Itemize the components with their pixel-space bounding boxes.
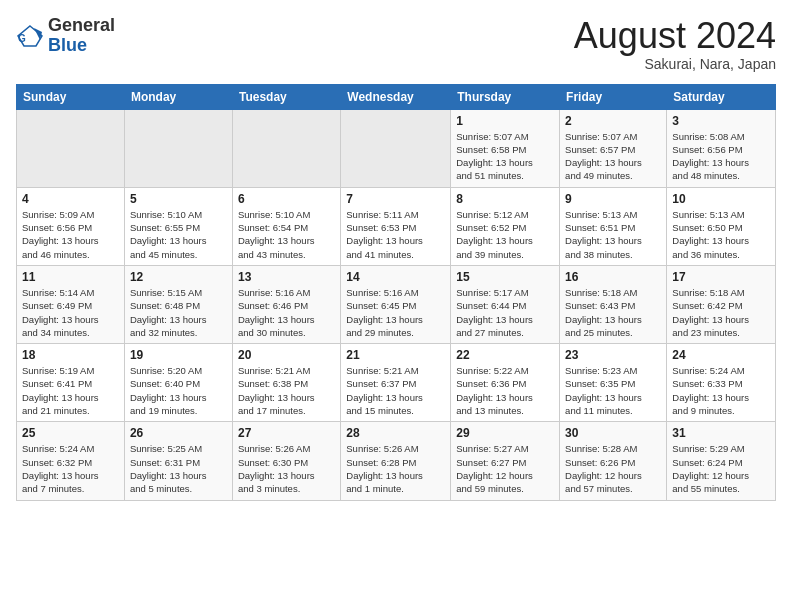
calendar-cell: 10Sunrise: 5:13 AM Sunset: 6:50 PM Dayli… <box>667 187 776 265</box>
month-title: August 2024 <box>574 16 776 56</box>
calendar-cell: 31Sunrise: 5:29 AM Sunset: 6:24 PM Dayli… <box>667 422 776 500</box>
day-number: 3 <box>672 114 770 128</box>
day-number: 23 <box>565 348 661 362</box>
day-number: 16 <box>565 270 661 284</box>
day-number: 29 <box>456 426 554 440</box>
day-number: 1 <box>456 114 554 128</box>
day-info: Sunrise: 5:12 AM Sunset: 6:52 PM Dayligh… <box>456 208 554 261</box>
day-number: 28 <box>346 426 445 440</box>
weekday-header-thursday: Thursday <box>451 84 560 109</box>
day-info: Sunrise: 5:16 AM Sunset: 6:45 PM Dayligh… <box>346 286 445 339</box>
week-row-4: 18Sunrise: 5:19 AM Sunset: 6:41 PM Dayli… <box>17 344 776 422</box>
calendar-cell: 1Sunrise: 5:07 AM Sunset: 6:58 PM Daylig… <box>451 109 560 187</box>
day-number: 30 <box>565 426 661 440</box>
logo-text: General Blue <box>48 16 115 56</box>
day-info: Sunrise: 5:18 AM Sunset: 6:43 PM Dayligh… <box>565 286 661 339</box>
calendar-cell: 19Sunrise: 5:20 AM Sunset: 6:40 PM Dayli… <box>124 344 232 422</box>
week-row-1: 1Sunrise: 5:07 AM Sunset: 6:58 PM Daylig… <box>17 109 776 187</box>
day-info: Sunrise: 5:26 AM Sunset: 6:28 PM Dayligh… <box>346 442 445 495</box>
calendar-cell: 9Sunrise: 5:13 AM Sunset: 6:51 PM Daylig… <box>560 187 667 265</box>
calendar-table: SundayMondayTuesdayWednesdayThursdayFrid… <box>16 84 776 501</box>
day-number: 21 <box>346 348 445 362</box>
calendar-cell <box>17 109 125 187</box>
day-info: Sunrise: 5:21 AM Sunset: 6:37 PM Dayligh… <box>346 364 445 417</box>
calendar-cell: 26Sunrise: 5:25 AM Sunset: 6:31 PM Dayli… <box>124 422 232 500</box>
weekday-header-wednesday: Wednesday <box>341 84 451 109</box>
calendar-cell: 17Sunrise: 5:18 AM Sunset: 6:42 PM Dayli… <box>667 265 776 343</box>
day-info: Sunrise: 5:07 AM Sunset: 6:57 PM Dayligh… <box>565 130 661 183</box>
day-info: Sunrise: 5:08 AM Sunset: 6:56 PM Dayligh… <box>672 130 770 183</box>
day-info: Sunrise: 5:17 AM Sunset: 6:44 PM Dayligh… <box>456 286 554 339</box>
day-info: Sunrise: 5:09 AM Sunset: 6:56 PM Dayligh… <box>22 208 119 261</box>
page-header: G General Blue August 2024 Sakurai, Nara… <box>16 16 776 72</box>
logo: G General Blue <box>16 16 115 56</box>
day-info: Sunrise: 5:07 AM Sunset: 6:58 PM Dayligh… <box>456 130 554 183</box>
calendar-cell: 14Sunrise: 5:16 AM Sunset: 6:45 PM Dayli… <box>341 265 451 343</box>
day-number: 22 <box>456 348 554 362</box>
location-subtitle: Sakurai, Nara, Japan <box>574 56 776 72</box>
calendar-cell: 3Sunrise: 5:08 AM Sunset: 6:56 PM Daylig… <box>667 109 776 187</box>
calendar-cell: 29Sunrise: 5:27 AM Sunset: 6:27 PM Dayli… <box>451 422 560 500</box>
day-number: 31 <box>672 426 770 440</box>
calendar-cell: 22Sunrise: 5:22 AM Sunset: 6:36 PM Dayli… <box>451 344 560 422</box>
calendar-cell: 27Sunrise: 5:26 AM Sunset: 6:30 PM Dayli… <box>232 422 340 500</box>
calendar-cell <box>124 109 232 187</box>
day-info: Sunrise: 5:16 AM Sunset: 6:46 PM Dayligh… <box>238 286 335 339</box>
day-info: Sunrise: 5:27 AM Sunset: 6:27 PM Dayligh… <box>456 442 554 495</box>
day-info: Sunrise: 5:13 AM Sunset: 6:50 PM Dayligh… <box>672 208 770 261</box>
day-number: 24 <box>672 348 770 362</box>
day-number: 2 <box>565 114 661 128</box>
day-info: Sunrise: 5:29 AM Sunset: 6:24 PM Dayligh… <box>672 442 770 495</box>
day-number: 14 <box>346 270 445 284</box>
week-row-3: 11Sunrise: 5:14 AM Sunset: 6:49 PM Dayli… <box>17 265 776 343</box>
calendar-cell: 23Sunrise: 5:23 AM Sunset: 6:35 PM Dayli… <box>560 344 667 422</box>
weekday-header-saturday: Saturday <box>667 84 776 109</box>
calendar-cell <box>341 109 451 187</box>
day-info: Sunrise: 5:23 AM Sunset: 6:35 PM Dayligh… <box>565 364 661 417</box>
day-number: 6 <box>238 192 335 206</box>
logo-blue: Blue <box>48 35 87 55</box>
calendar-cell: 12Sunrise: 5:15 AM Sunset: 6:48 PM Dayli… <box>124 265 232 343</box>
calendar-cell: 21Sunrise: 5:21 AM Sunset: 6:37 PM Dayli… <box>341 344 451 422</box>
weekday-header-row: SundayMondayTuesdayWednesdayThursdayFrid… <box>17 84 776 109</box>
calendar-cell: 11Sunrise: 5:14 AM Sunset: 6:49 PM Dayli… <box>17 265 125 343</box>
calendar-cell <box>232 109 340 187</box>
day-number: 27 <box>238 426 335 440</box>
calendar-cell: 16Sunrise: 5:18 AM Sunset: 6:43 PM Dayli… <box>560 265 667 343</box>
day-number: 20 <box>238 348 335 362</box>
day-number: 13 <box>238 270 335 284</box>
day-number: 18 <box>22 348 119 362</box>
day-info: Sunrise: 5:10 AM Sunset: 6:54 PM Dayligh… <box>238 208 335 261</box>
day-number: 19 <box>130 348 227 362</box>
calendar-cell: 7Sunrise: 5:11 AM Sunset: 6:53 PM Daylig… <box>341 187 451 265</box>
calendar-cell: 2Sunrise: 5:07 AM Sunset: 6:57 PM Daylig… <box>560 109 667 187</box>
day-number: 4 <box>22 192 119 206</box>
calendar-cell: 8Sunrise: 5:12 AM Sunset: 6:52 PM Daylig… <box>451 187 560 265</box>
weekday-header-friday: Friday <box>560 84 667 109</box>
calendar-cell: 15Sunrise: 5:17 AM Sunset: 6:44 PM Dayli… <box>451 265 560 343</box>
calendar-cell: 4Sunrise: 5:09 AM Sunset: 6:56 PM Daylig… <box>17 187 125 265</box>
calendar-cell: 25Sunrise: 5:24 AM Sunset: 6:32 PM Dayli… <box>17 422 125 500</box>
day-info: Sunrise: 5:21 AM Sunset: 6:38 PM Dayligh… <box>238 364 335 417</box>
day-number: 5 <box>130 192 227 206</box>
day-info: Sunrise: 5:11 AM Sunset: 6:53 PM Dayligh… <box>346 208 445 261</box>
day-info: Sunrise: 5:24 AM Sunset: 6:33 PM Dayligh… <box>672 364 770 417</box>
day-number: 15 <box>456 270 554 284</box>
day-number: 7 <box>346 192 445 206</box>
weekday-header-tuesday: Tuesday <box>232 84 340 109</box>
day-number: 17 <box>672 270 770 284</box>
calendar-cell: 24Sunrise: 5:24 AM Sunset: 6:33 PM Dayli… <box>667 344 776 422</box>
day-info: Sunrise: 5:22 AM Sunset: 6:36 PM Dayligh… <box>456 364 554 417</box>
day-info: Sunrise: 5:13 AM Sunset: 6:51 PM Dayligh… <box>565 208 661 261</box>
calendar-cell: 6Sunrise: 5:10 AM Sunset: 6:54 PM Daylig… <box>232 187 340 265</box>
day-info: Sunrise: 5:10 AM Sunset: 6:55 PM Dayligh… <box>130 208 227 261</box>
calendar-cell: 5Sunrise: 5:10 AM Sunset: 6:55 PM Daylig… <box>124 187 232 265</box>
day-number: 25 <box>22 426 119 440</box>
weekday-header-sunday: Sunday <box>17 84 125 109</box>
day-number: 11 <box>22 270 119 284</box>
logo-icon: G <box>16 22 44 50</box>
week-row-2: 4Sunrise: 5:09 AM Sunset: 6:56 PM Daylig… <box>17 187 776 265</box>
day-info: Sunrise: 5:18 AM Sunset: 6:42 PM Dayligh… <box>672 286 770 339</box>
logo-general: General <box>48 15 115 35</box>
day-info: Sunrise: 5:19 AM Sunset: 6:41 PM Dayligh… <box>22 364 119 417</box>
